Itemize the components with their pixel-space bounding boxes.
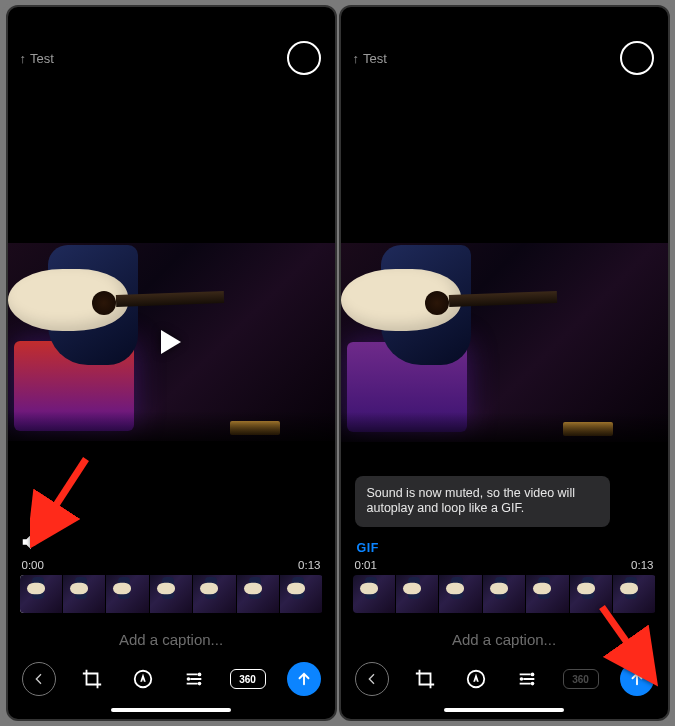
profile-avatar[interactable]	[620, 41, 654, 75]
thumbnail	[20, 575, 62, 613]
thumbnail	[353, 575, 395, 613]
markup-icon[interactable]	[461, 664, 491, 694]
send-button[interactable]	[287, 662, 321, 696]
recipient-chip[interactable]: ↑ Test	[20, 51, 54, 66]
mute-tooltip: Sound is now muted, so the video will au…	[355, 476, 610, 527]
time-start: 0:01	[355, 559, 377, 571]
recipient-chip[interactable]: ↑ Test	[353, 51, 387, 66]
crop-icon[interactable]	[77, 664, 107, 694]
time-end: 0:13	[298, 559, 320, 571]
video-preview[interactable]	[8, 243, 335, 441]
svg-point-3	[197, 682, 201, 686]
time-end: 0:13	[631, 559, 653, 571]
thumbnail	[483, 575, 525, 613]
profile-avatar[interactable]	[287, 41, 321, 75]
timeline: 0:01 0:13	[341, 555, 668, 573]
thumbnail	[237, 575, 279, 613]
svg-point-1	[197, 673, 201, 677]
up-arrow-icon: ↑	[20, 51, 27, 66]
scrubber[interactable]	[353, 575, 656, 613]
svg-point-8	[530, 682, 534, 686]
phone-screen-left: ↑ Test 0:00 0:13	[6, 5, 337, 721]
header: ↑ Test	[341, 7, 668, 81]
header: ↑ Test	[8, 7, 335, 81]
thumbnail	[439, 575, 481, 613]
home-indicator[interactable]	[111, 708, 231, 712]
video-preview[interactable]	[341, 243, 668, 442]
thumbnail	[63, 575, 105, 613]
time-start: 0:00	[22, 559, 44, 571]
thumbnail	[193, 575, 235, 613]
up-arrow-icon: ↑	[353, 51, 360, 66]
gif-badge[interactable]: GIF	[357, 541, 668, 555]
markup-icon[interactable]	[128, 664, 158, 694]
thumbnail	[106, 575, 148, 613]
thumbnail	[280, 575, 322, 613]
play-icon[interactable]	[161, 330, 181, 354]
toolbar: 360	[8, 656, 335, 702]
thumbnail	[526, 575, 568, 613]
360-button: 360	[563, 669, 599, 689]
recipient-name: Test	[363, 51, 387, 66]
toolbar: 360	[341, 656, 668, 702]
svg-point-6	[530, 673, 534, 677]
crop-icon[interactable]	[410, 664, 440, 694]
scrubber[interactable]	[20, 575, 323, 613]
svg-point-2	[186, 677, 190, 681]
filters-icon[interactable]	[179, 664, 209, 694]
back-button[interactable]	[22, 662, 56, 696]
back-button[interactable]	[355, 662, 389, 696]
caption-input[interactable]: Add a caption...	[8, 617, 335, 656]
send-button[interactable]	[620, 662, 654, 696]
sound-toggle[interactable]	[20, 531, 44, 555]
thumbnail	[150, 575, 192, 613]
360-button[interactable]: 360	[230, 669, 266, 689]
thumbnail	[396, 575, 438, 613]
thumbnail	[613, 575, 655, 613]
thumbnail	[570, 575, 612, 613]
recipient-name: Test	[30, 51, 54, 66]
caption-input[interactable]: Add a caption...	[341, 617, 668, 656]
timeline: 0:00 0:13	[8, 555, 335, 573]
phone-screen-right: ↑ Test Sound is now muted, so the video …	[339, 5, 670, 721]
svg-point-7	[519, 677, 523, 681]
filters-icon[interactable]	[512, 664, 542, 694]
home-indicator[interactable]	[444, 708, 564, 712]
